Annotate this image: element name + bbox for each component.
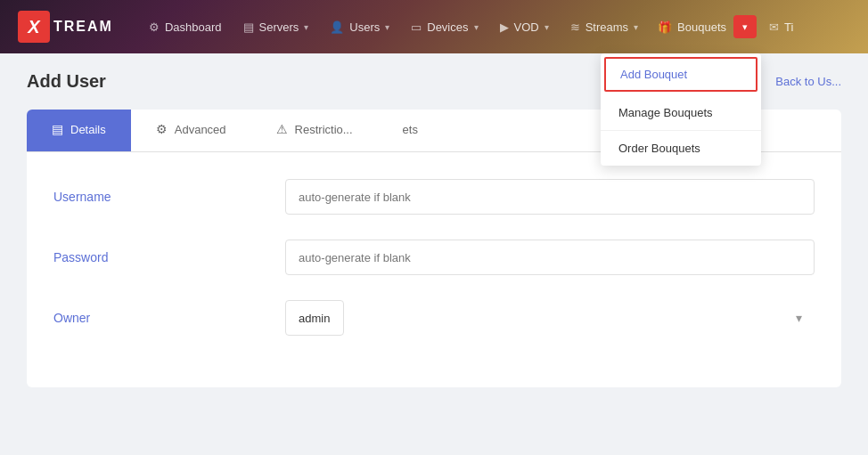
- owner-select-wrapper: admin: [285, 300, 815, 336]
- password-label: Password: [53, 250, 285, 264]
- streams-chevron-icon: ▾: [634, 22, 638, 32]
- advanced-tab-icon: ⚙: [156, 122, 168, 136]
- bouquets-dropdown-toggle[interactable]: ▾: [733, 15, 757, 38]
- servers-icon: ▤: [243, 20, 254, 34]
- nav-item-streams[interactable]: ≋ Streams ▾: [561, 15, 647, 39]
- bouquets-icon: 🎁: [658, 20, 672, 34]
- users-chevron-icon: ▾: [385, 22, 389, 32]
- streams-icon: ≋: [570, 20, 580, 34]
- tab-restrictions[interactable]: ⚠ Restrictio...: [251, 110, 378, 151]
- tab-advanced-label: Advanced: [175, 123, 226, 136]
- nav-label-servers: Servers: [259, 20, 299, 34]
- main-nav: ⚙ Dashboard ▤ Servers ▾ 👤 Users ▾ ▭ Devi…: [140, 15, 850, 39]
- username-label: Username: [53, 190, 285, 204]
- tab-restrictions-label: Restrictio...: [295, 123, 353, 136]
- nav-label-streams: Streams: [585, 20, 628, 34]
- logo: X TREAM: [18, 11, 113, 43]
- tab-details[interactable]: ▤ Details: [27, 110, 131, 151]
- header: X TREAM ⚙ Dashboard ▤ Servers ▾ 👤 Users …: [0, 0, 868, 53]
- dropdown-item-add-bouquet[interactable]: Add Bouquet: [604, 57, 757, 92]
- form-row-username: Username: [53, 179, 815, 215]
- nav-item-users[interactable]: 👤 Users ▾: [321, 15, 398, 39]
- owner-label: Owner: [53, 311, 285, 325]
- form-row-password: Password: [53, 240, 815, 275]
- servers-chevron-icon: ▾: [304, 22, 308, 32]
- dropdown-item-order-bouquets[interactable]: Order Bouquets: [601, 131, 761, 166]
- tab-advanced[interactable]: ⚙ Advanced: [131, 110, 251, 151]
- details-tab-icon: ▤: [52, 122, 63, 136]
- tab-details-label: Details: [70, 123, 106, 136]
- nav-item-vod[interactable]: ▶ VOD ▾: [491, 15, 558, 39]
- username-input[interactable]: [285, 179, 815, 215]
- nav-label-users: Users: [349, 20, 380, 34]
- form-area: Username Password Owner admin: [27, 152, 841, 387]
- page-title: Add User: [27, 71, 106, 92]
- tab-bouquets-label: ets: [403, 123, 418, 136]
- owner-select[interactable]: admin: [285, 300, 344, 336]
- users-icon: 👤: [330, 20, 344, 34]
- dropdown-item-manage-bouquets[interactable]: Manage Bouquets: [601, 95, 761, 131]
- form-row-owner: Owner admin: [53, 300, 815, 336]
- nav-label-dashboard: Dashboard: [165, 20, 222, 34]
- vod-chevron-icon: ▾: [545, 22, 549, 32]
- vod-icon: ▶: [500, 20, 509, 34]
- devices-icon: ▭: [411, 20, 422, 34]
- nav-item-dashboard[interactable]: ⚙ Dashboard: [140, 15, 231, 39]
- nav-item-servers[interactable]: ▤ Servers ▾: [234, 15, 318, 39]
- logo-x-icon: X: [18, 11, 50, 43]
- nav-item-bouquets[interactable]: 🎁 Bouquets ▾: [651, 15, 757, 39]
- nav-item-devices[interactable]: ▭ Devices ▾: [402, 15, 487, 39]
- back-link[interactable]: Back to Us...: [775, 75, 841, 88]
- password-input[interactable]: [285, 240, 815, 275]
- nav-label-more: Ti: [784, 20, 793, 34]
- bouquets-main-btn[interactable]: 🎁 Bouquets: [651, 15, 733, 39]
- restrictions-tab-icon: ⚠: [276, 122, 288, 136]
- bouquets-dropdown-menu: Add Bouquet Manage Bouquets Order Bouque…: [601, 53, 761, 166]
- nav-label-bouquets: Bouquets: [677, 20, 726, 34]
- devices-chevron-icon: ▾: [474, 22, 479, 32]
- nav-label-vod: VOD: [514, 20, 539, 34]
- mail-icon: ✉: [769, 20, 779, 34]
- tab-bouquets[interactable]: ets: [378, 110, 443, 151]
- nav-label-devices: Devices: [427, 20, 468, 34]
- nav-item-more[interactable]: ✉ Ti: [760, 15, 802, 39]
- dashboard-icon: ⚙: [149, 20, 160, 34]
- logo-text: TREAM: [53, 19, 113, 35]
